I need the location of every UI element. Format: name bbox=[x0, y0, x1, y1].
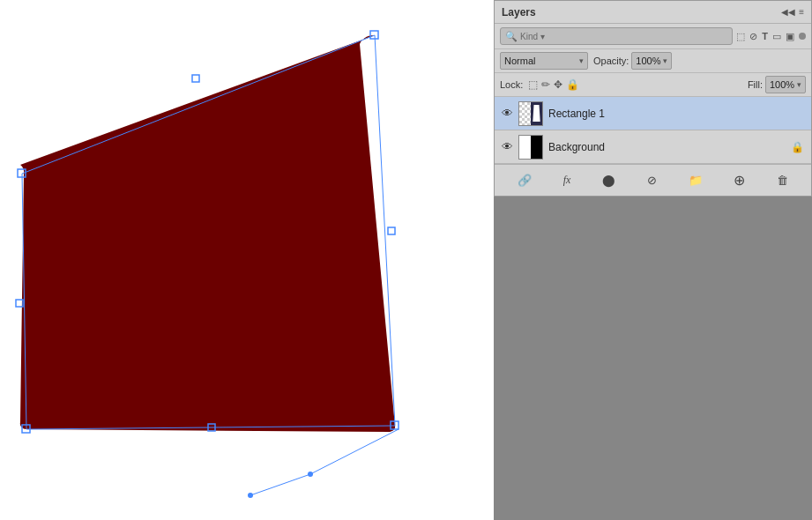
adjust-filter-icon[interactable]: ⊘ bbox=[749, 31, 757, 42]
lock-label: Lock: bbox=[500, 79, 523, 90]
filter-status-dot bbox=[799, 33, 806, 40]
link-icon[interactable]: 🔗 bbox=[518, 174, 532, 187]
fx-icon[interactable]: fx bbox=[563, 174, 571, 187]
fill-group: Fill: 100% ▾ bbox=[748, 76, 806, 93]
mask-icon[interactable]: ⊘ bbox=[647, 174, 657, 187]
search-bar: 🔍 Kind ▾ ⬚ ⊘ T ▭ ▣ bbox=[495, 24, 811, 49]
blend-mode-value: Normal bbox=[504, 56, 577, 66]
opacity-label: Opacity: bbox=[593, 56, 629, 66]
opacity-value: 100% bbox=[636, 56, 661, 66]
type-filter-icon[interactable]: T bbox=[762, 31, 768, 41]
collapse-icon[interactable]: ◀◀ bbox=[781, 7, 795, 17]
layer-item-background[interactable]: 👁 Background 🔒 bbox=[495, 130, 811, 164]
left-panel: The result that I want to achieve: bbox=[0, 0, 494, 520]
fill-label: Fill: bbox=[748, 79, 763, 90]
visibility-icon-rectangle1[interactable]: 👁 bbox=[502, 107, 513, 120]
adjustment-icon[interactable]: ⬤ bbox=[602, 174, 615, 187]
folder-icon[interactable]: 📁 bbox=[689, 174, 703, 187]
fill-input[interactable]: 100% ▾ bbox=[765, 76, 806, 93]
opacity-input[interactable]: 100% ▾ bbox=[631, 52, 672, 70]
pixel-filter-icon[interactable]: ⬚ bbox=[736, 31, 745, 42]
menu-icon[interactable]: ≡ bbox=[799, 7, 804, 17]
layer-item-rectangle1[interactable]: 👁 Rectangle 1 bbox=[495, 97, 811, 130]
new-layer-icon[interactable]: ⊕ bbox=[734, 172, 745, 189]
lock-all-icon[interactable]: 🔒 bbox=[566, 78, 579, 91]
opacity-group: Opacity: 100% ▾ bbox=[593, 52, 672, 70]
opacity-arrow: ▾ bbox=[663, 56, 667, 65]
kind-dropdown[interactable]: 🔍 Kind ▾ bbox=[500, 27, 733, 45]
filter-icons: ⬚ ⊘ T ▭ ▣ bbox=[736, 31, 806, 42]
layers-list: 👁 Rectangle 1 👁 bbox=[495, 97, 811, 164]
delete-icon[interactable]: 🗑 bbox=[777, 174, 788, 187]
search-icon: 🔍 bbox=[505, 31, 518, 42]
blend-mode-arrow: ▾ bbox=[579, 56, 584, 65]
lock-row: Lock: ⬚ ✏ ✥ 🔒 Fill: 100% ▾ bbox=[495, 73, 811, 97]
kind-arrow: ▾ bbox=[540, 32, 545, 41]
shape-filter-icon[interactable]: ▭ bbox=[772, 31, 781, 42]
layer-thumb-rectangle1 bbox=[518, 101, 543, 126]
layer-lock-icon-background: 🔒 bbox=[791, 141, 804, 153]
lock-pixels-icon[interactable]: ⬚ bbox=[528, 78, 538, 91]
layers-footer: 🔗 fx ⬤ ⊘ 📁 ⊕ 🗑 bbox=[495, 164, 811, 196]
gray-area bbox=[494, 197, 812, 520]
right-panel: Layers ◀◀ ≡ 🔍 Kind ▾ ⬚ ⊘ T ▭ ▣ bbox=[494, 0, 812, 520]
blend-mode-dropdown[interactable]: Normal ▾ bbox=[500, 52, 588, 70]
layer-name-rectangle1: Rectangle 1 bbox=[548, 108, 804, 120]
layers-header-icons: ◀◀ ≡ bbox=[781, 7, 804, 17]
layer-name-background: Background bbox=[548, 141, 786, 153]
lock-position-icon[interactable]: ✏ bbox=[541, 78, 550, 91]
visibility-icon-background[interactable]: 👁 bbox=[502, 140, 513, 153]
layer-thumb-background bbox=[518, 135, 543, 160]
lock-icons: ⬚ ✏ ✥ 🔒 bbox=[528, 78, 579, 91]
smart-filter-icon[interactable]: ▣ bbox=[786, 31, 794, 42]
blend-row: Normal ▾ Opacity: 100% ▾ bbox=[495, 49, 811, 73]
fill-value: 100% bbox=[770, 79, 795, 90]
layers-header: Layers ◀◀ ≡ bbox=[495, 1, 811, 24]
kind-label: Kind bbox=[520, 32, 538, 41]
layers-panel: Layers ◀◀ ≡ 🔍 Kind ▾ ⬚ ⊘ T ▭ ▣ bbox=[494, 0, 812, 197]
layers-title: Layers bbox=[502, 6, 536, 19]
lock-artboard-icon[interactable]: ✥ bbox=[554, 78, 562, 91]
fill-arrow: ▾ bbox=[797, 80, 801, 89]
canvas-svg bbox=[0, 0, 494, 520]
